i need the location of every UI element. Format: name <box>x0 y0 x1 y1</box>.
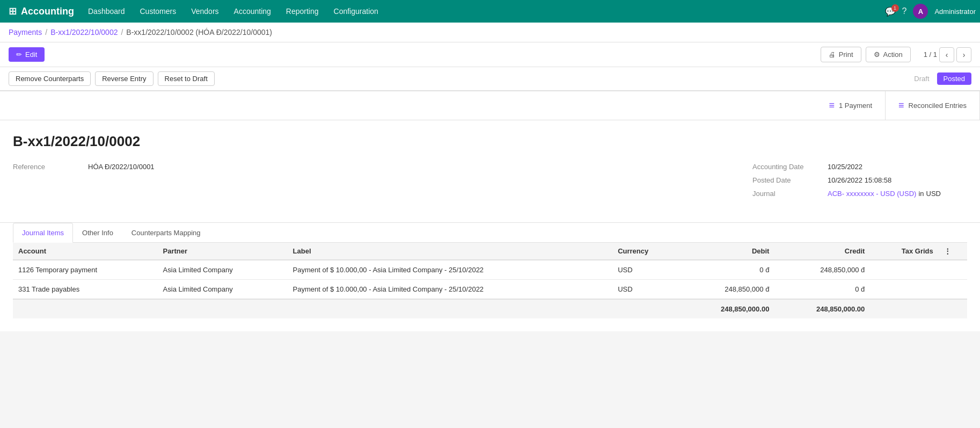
posted-date-label: Posted Date <box>752 176 828 184</box>
smart-buttons: ≡ 1 Payment ≡ Reconciled Entries <box>0 91 980 120</box>
table-area: Account Partner Label Currency Debit Cre… <box>0 243 980 331</box>
footer-spacer <box>13 299 679 318</box>
nav-dashboard[interactable]: Dashboard <box>81 0 133 23</box>
breadcrumb-sep-1: / <box>45 28 47 37</box>
footer-tax-grids <box>870 299 938 318</box>
journal-value[interactable]: ACB- xxxxxxxx - USD (USD) <box>828 190 916 198</box>
footer-options <box>939 299 967 318</box>
row1-options <box>939 260 967 280</box>
breadcrumb: Payments / B-xx1/2022/10/0002 / B-xx1/20… <box>0 23 980 42</box>
reconciled-smart-btn[interactable]: ≡ Reconciled Entries <box>886 91 980 120</box>
payment-label: 1 Payment <box>839 101 872 110</box>
row2-currency: USD <box>612 280 679 300</box>
breadcrumb-payments[interactable]: Payments <box>9 28 42 37</box>
tab-counterparts-mapping[interactable]: Counterparts Mapping <box>122 223 210 243</box>
row2-partner: Asia Limited Company <box>158 280 288 300</box>
row2-debit: 248,850,000 đ <box>679 280 774 300</box>
brand-name: Accounting <box>21 6 74 17</box>
reference-field-row: Reference HÓA Đ/2022/10/0001 <box>13 163 752 171</box>
row1-account[interactable]: 1126 Temporary payment <box>13 260 158 280</box>
gear-icon: ⚙ <box>874 50 880 59</box>
status-badges: Draft Posted <box>909 72 971 85</box>
payment-smart-btn[interactable]: ≡ 1 Payment <box>816 91 886 120</box>
table-row: 1126 Temporary payment Asia Limited Comp… <box>13 260 967 280</box>
print-icon: 🖨 <box>829 50 836 59</box>
journal-items-table: Account Partner Label Currency Debit Cre… <box>13 243 967 318</box>
journal-row: Journal ACB- xxxxxxxx - USD (USD) in USD <box>752 190 967 198</box>
pencil-icon: ✏ <box>16 50 22 59</box>
notification-badge: 1 <box>891 4 899 12</box>
tab-journal-items[interactable]: Journal Items <box>13 223 73 243</box>
help-icon[interactable]: ? <box>902 6 907 16</box>
form-fields: Reference HÓA Đ/2022/10/0001 Accounting … <box>13 163 967 203</box>
remove-counterparts-button[interactable]: Remove Counterparts <box>9 71 91 86</box>
journal-in: in <box>918 190 924 198</box>
table-row: 331 Trade payables Asia Limited Company … <box>13 280 967 300</box>
reference-value: HÓA Đ/2022/10/0001 <box>88 163 155 171</box>
grid-icon: ⊞ <box>9 5 17 17</box>
form-area: B-xx1/2022/10/0002 Reference HÓA Đ/2022/… <box>0 120 980 216</box>
col-label: Label <box>288 243 613 260</box>
col-debit: Debit <box>679 243 774 260</box>
breadcrumb-sep-2: / <box>121 28 123 37</box>
accounting-date-row: Accounting Date 10/25/2022 <box>752 163 967 171</box>
posted-date-row: Posted Date 10/26/2022 15:08:58 <box>752 176 967 184</box>
top-navigation: ⊞ Accounting Dashboard Customers Vendors… <box>0 0 980 23</box>
print-button[interactable]: 🖨 Print <box>821 47 861 62</box>
footer-credit-total: 248,850,000.00 <box>774 299 870 318</box>
row1-debit: 0 đ <box>679 260 774 280</box>
row2-label: Payment of $ 10.000,00 - Asia Limited Co… <box>288 280 613 300</box>
row1-currency: USD <box>612 260 679 280</box>
top-right-controls: 💬 1 ? A Administrator <box>885 4 976 19</box>
col-credit: Credit <box>774 243 870 260</box>
edit-button[interactable]: ✏ Edit <box>9 47 45 62</box>
top-menu: Dashboard Customers Vendors Accounting R… <box>81 0 883 23</box>
col-partner: Partner <box>158 243 288 260</box>
tabs-nav: Journal Items Other Info Counterparts Ma… <box>13 223 967 243</box>
avatar[interactable]: A <box>913 4 928 19</box>
col-options[interactable]: ⋮ <box>939 243 967 260</box>
nav-customers[interactable]: Customers <box>133 0 184 23</box>
row2-tax-grids <box>870 280 938 300</box>
pagination-controls: 1 / 1 ‹ › <box>924 47 971 62</box>
action-button[interactable]: ⚙ Action <box>866 47 911 62</box>
nav-reporting[interactable]: Reporting <box>279 0 326 23</box>
row1-credit: 248,850,000 đ <box>774 260 870 280</box>
brand-logo[interactable]: ⊞ Accounting <box>4 5 78 17</box>
prev-button[interactable]: ‹ <box>939 47 954 62</box>
col-tax-grids: Tax Grids <box>870 243 938 260</box>
reverse-entry-button[interactable]: Reverse Entry <box>95 71 153 86</box>
row1-tax-grids <box>870 260 938 280</box>
action-bar: Remove Counterparts Reverse Entry Reset … <box>0 67 980 91</box>
menu-icon-reconciled: ≡ <box>898 100 904 111</box>
notification-icon[interactable]: 💬 1 <box>885 6 896 17</box>
nav-configuration[interactable]: Configuration <box>326 0 386 23</box>
spacer <box>0 91 816 120</box>
row2-credit: 0 đ <box>774 280 870 300</box>
row2-account[interactable]: 331 Trade payables <box>13 280 158 300</box>
accounting-date-label: Accounting Date <box>752 163 828 171</box>
row2-options <box>939 280 967 300</box>
breadcrumb-entry[interactable]: B-xx1/2022/10/0002 <box>50 28 118 37</box>
nav-accounting[interactable]: Accounting <box>226 0 279 23</box>
col-account: Account <box>13 243 158 260</box>
next-button[interactable]: › <box>956 47 971 62</box>
form-right: Accounting Date 10/25/2022 Posted Date 1… <box>752 163 967 203</box>
journal-label: Journal <box>752 190 828 198</box>
reference-label: Reference <box>13 163 88 171</box>
posted-date-value: 10/26/2022 15:08:58 <box>828 176 891 184</box>
accounting-date-value: 10/25/2022 <box>828 163 862 171</box>
status-posted: Posted <box>937 72 971 85</box>
tab-other-info[interactable]: Other Info <box>73 223 122 243</box>
col-currency: Currency <box>612 243 679 260</box>
journal-currency: USD <box>926 190 941 198</box>
admin-name: Administrator <box>934 8 976 16</box>
row1-partner: Asia Limited Company <box>158 260 288 280</box>
tabs-area: Journal Items Other Info Counterparts Ma… <box>0 222 980 243</box>
status-draft: Draft <box>909 72 934 85</box>
table-footer-row: 248,850,000.00 248,850,000.00 <box>13 299 967 318</box>
row1-label: Payment of $ 10.000,00 - Asia Limited Co… <box>288 260 613 280</box>
reset-to-draft-button[interactable]: Reset to Draft <box>158 71 215 86</box>
toolbar: ✏ Edit 🖨 Print ⚙ Action 1 / 1 ‹ › <box>0 42 980 67</box>
nav-vendors[interactable]: Vendors <box>184 0 226 23</box>
